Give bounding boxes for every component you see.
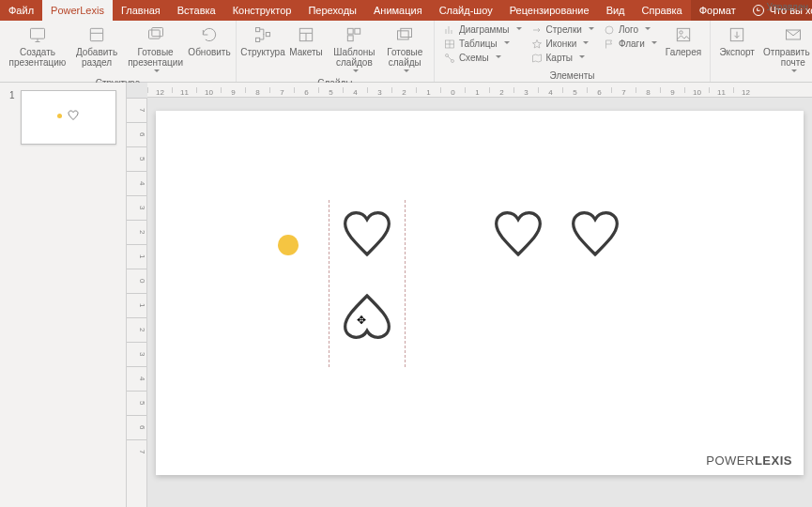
group-structure: Создать презентацию Добавить раздел Гото… bbox=[0, 21, 237, 82]
svg-rect-0 bbox=[30, 28, 44, 38]
ready-slides-button[interactable]: Готовые слайды bbox=[382, 23, 428, 77]
svg-rect-3 bbox=[148, 30, 160, 38]
create-presentation-button[interactable]: Создать презентацию bbox=[6, 23, 69, 69]
map-icon bbox=[531, 53, 543, 64]
arrow-icon bbox=[531, 24, 543, 36]
diagrams-button[interactable]: Диаграммы bbox=[440, 23, 526, 37]
svg-rect-14 bbox=[398, 31, 409, 39]
tables-button[interactable]: Таблицы bbox=[440, 37, 526, 51]
svg-rect-13 bbox=[348, 36, 354, 41]
lbl: Создать презентацию bbox=[8, 47, 67, 68]
tab-view[interactable]: Вид bbox=[598, 0, 634, 21]
gallery-icon bbox=[673, 24, 694, 45]
add-section-button[interactable]: Добавить раздел bbox=[71, 23, 122, 69]
lbl: Экспорт bbox=[719, 47, 755, 57]
thumbnail-panel: 1 bbox=[0, 83, 127, 507]
svg-rect-6 bbox=[256, 38, 260, 41]
svg-rect-12 bbox=[355, 28, 360, 34]
wm-thin: POWER bbox=[706, 453, 755, 468]
layout-icon bbox=[296, 24, 316, 45]
scheme-icon bbox=[444, 53, 455, 64]
logo-button[interactable]: Лого bbox=[600, 23, 661, 37]
lbl: Готовые слайды bbox=[385, 47, 425, 68]
editor-area: 1211109876543210123456789101112 76543210… bbox=[127, 83, 812, 507]
maps-button[interactable]: Карты bbox=[528, 51, 598, 65]
tab-review[interactable]: Рецензирование bbox=[501, 0, 598, 21]
refresh-button[interactable]: Обновить bbox=[189, 23, 230, 59]
shape-heart-4[interactable] bbox=[563, 208, 627, 261]
group-elements: Диаграммы Таблицы Схемы Стрелки Иконки К… bbox=[435, 21, 711, 82]
presentation-icon bbox=[27, 24, 48, 45]
shape-heart-1[interactable] bbox=[335, 208, 399, 261]
slide-thumbnail-1[interactable] bbox=[21, 90, 116, 145]
refresh-icon bbox=[199, 24, 220, 45]
lbl: Структура bbox=[240, 47, 284, 57]
tab-help[interactable]: Справка bbox=[634, 0, 691, 21]
lbl: Диаграммы bbox=[459, 24, 510, 35]
lbl: Добавить раздел bbox=[74, 47, 119, 68]
export-button[interactable]: Экспорт bbox=[716, 23, 758, 59]
group-label: Элементы bbox=[550, 69, 595, 81]
tab-slideshow[interactable]: Слайд-шоу bbox=[431, 0, 501, 21]
tree-icon bbox=[253, 24, 273, 45]
schemes-button[interactable]: Схемы bbox=[440, 51, 526, 65]
templates-icon bbox=[344, 24, 364, 45]
arrows-button[interactable]: Стрелки bbox=[528, 23, 598, 37]
thumb-number: 1 bbox=[9, 90, 15, 145]
canvas-scroll[interactable]: ✥ POWERLEXIS bbox=[147, 98, 812, 507]
tab-design[interactable]: Конструктор bbox=[224, 0, 300, 21]
wm-bold: LEXIS bbox=[755, 453, 792, 468]
group-slides: Структура Макеты Шаблоны слайдов Готовые… bbox=[237, 21, 435, 82]
lbl: Макеты bbox=[289, 47, 323, 57]
lbl: Обновить bbox=[188, 47, 230, 57]
tab-insert[interactable]: Вставка bbox=[169, 0, 224, 21]
bulb-icon bbox=[753, 5, 764, 16]
structure-button[interactable]: Структура bbox=[242, 23, 283, 59]
lbl: Карты bbox=[546, 53, 574, 63]
lbl: Отправить по почте bbox=[762, 47, 812, 68]
slides-icon bbox=[394, 24, 415, 45]
shape-heart-3[interactable] bbox=[486, 208, 550, 261]
tab-format[interactable]: Формат bbox=[691, 0, 744, 21]
svg-rect-15 bbox=[401, 28, 412, 37]
tab-home[interactable]: Главная bbox=[113, 0, 169, 21]
shape-heart-2[interactable] bbox=[335, 289, 399, 342]
shape-circle[interactable] bbox=[278, 235, 299, 255]
svg-rect-7 bbox=[266, 33, 269, 37]
svg-point-22 bbox=[605, 26, 613, 34]
export-icon bbox=[727, 24, 747, 45]
svg-rect-1 bbox=[90, 28, 102, 40]
svg-rect-5 bbox=[256, 28, 260, 32]
flag-icon bbox=[604, 38, 615, 50]
svg-rect-23 bbox=[677, 28, 689, 40]
chart-icon bbox=[444, 24, 455, 36]
slide-canvas[interactable]: ✥ POWERLEXIS bbox=[156, 111, 804, 475]
thumb-heart-icon bbox=[67, 110, 80, 121]
lbl: Лого bbox=[619, 24, 638, 35]
svg-rect-11 bbox=[348, 28, 354, 34]
layouts-button[interactable]: Макеты bbox=[285, 23, 327, 59]
tab-file[interactable]: Файл bbox=[0, 0, 42, 21]
lbl: Таблицы bbox=[459, 38, 498, 49]
mail-icon bbox=[783, 24, 804, 45]
lbl: Шаблоны слайдов bbox=[331, 47, 377, 68]
section-icon bbox=[86, 24, 107, 45]
lbl: Иконки bbox=[546, 38, 577, 49]
stack-icon bbox=[146, 24, 166, 45]
tab-transitions[interactable]: Переходы bbox=[299, 0, 365, 21]
ruler-horizontal: 1211109876543210123456789101112 bbox=[147, 83, 812, 98]
icons-button[interactable]: Иконки bbox=[528, 37, 598, 51]
tab-animation[interactable]: Анимация bbox=[365, 0, 431, 21]
star-icon bbox=[531, 38, 543, 50]
gallery-button[interactable]: Галерея bbox=[663, 23, 704, 59]
workspace: 1 1211109876543210123456789101112 765432… bbox=[0, 83, 812, 507]
send-button[interactable]: Отправить по почте bbox=[759, 23, 812, 77]
tab-powerlexis[interactable]: PowerLexis bbox=[42, 0, 113, 21]
lbl: Галерея bbox=[666, 47, 701, 57]
ruler-vertical: 765432101234567 bbox=[127, 98, 147, 507]
group-tools: Экспорт Отправить по почте Фон Язык Ru/E… bbox=[711, 21, 812, 82]
flags-button[interactable]: Флаги bbox=[600, 37, 661, 51]
ready-presentations-button[interactable]: Готовые презентации bbox=[124, 23, 187, 77]
management-label: Управлен bbox=[767, 2, 808, 12]
templates-button[interactable]: Шаблоны слайдов bbox=[329, 23, 380, 77]
